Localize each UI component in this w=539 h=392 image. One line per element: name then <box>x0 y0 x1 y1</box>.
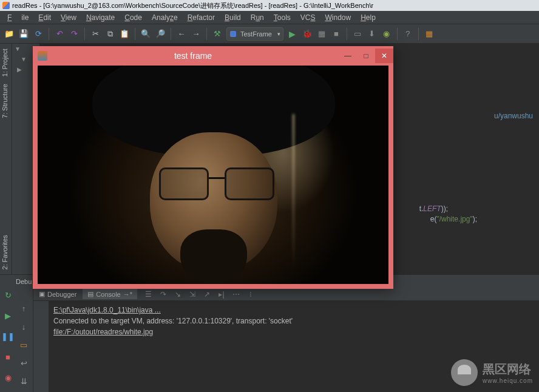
avd-icon[interactable]: ▭ <box>352 29 363 39</box>
minimize-button[interactable]: — <box>339 49 357 63</box>
menu-tools[interactable]: Tools <box>269 12 296 23</box>
menu-code[interactable]: Code <box>120 12 147 23</box>
console-line: file:/F:/outout/readres/white.jpg <box>53 326 534 337</box>
console-line: Connected to the target VM, address: '12… <box>53 316 534 326</box>
evaluate-icon[interactable]: ⋯ <box>232 290 240 299</box>
forward-icon[interactable]: → <box>191 29 202 39</box>
menu-file[interactable]: File <box>2 12 33 23</box>
debug-icon[interactable]: 🐞 <box>302 29 313 39</box>
window-title: readRes - [G:\yanwushu_2@163.com\Workben… <box>12 1 373 10</box>
console-tab[interactable]: ▤ Console →* <box>83 289 137 299</box>
tool-icon[interactable]: ▦ <box>424 29 435 39</box>
more-icon[interactable]: ⁝ <box>246 290 255 299</box>
runto-icon[interactable]: ▸| <box>217 290 226 299</box>
debug-gutter: ↻ ▶ ❚❚ ■ ◉ ⊘ ↑ ↓ ▭ ↩ ⇊ 🖶 🗑 <box>0 288 33 392</box>
android-icon[interactable]: ◉ <box>381 29 392 39</box>
find-icon[interactable]: 🔍 <box>140 29 151 39</box>
code-fragment: u/yanwushu <box>494 112 533 120</box>
menu-build[interactable]: Build <box>220 12 246 23</box>
stop-icon[interactable]: ■ <box>3 352 13 362</box>
sdk-icon[interactable]: ⬇ <box>367 29 378 39</box>
breakpoints-icon[interactable]: ◉ <box>3 373 13 382</box>
stepinto-icon[interactable]: ↘ <box>174 290 182 299</box>
build-icon[interactable]: ⚒ <box>212 29 223 39</box>
refresh-icon[interactable]: ⟳ <box>33 29 44 39</box>
code-fragment: e("/white.jpg"); <box>430 215 477 223</box>
console-line: E:\pf\Java\jdk1.8.0_11\bin\java ... <box>53 305 534 316</box>
menu-bar: File Edit View Navigate Code Analyze Ref… <box>0 11 539 24</box>
undo-icon[interactable]: ↶ <box>54 29 65 39</box>
debugger-tab[interactable]: ▣ Debugger <box>34 289 81 299</box>
menu-help[interactable]: Help <box>356 12 381 23</box>
stepout-icon[interactable]: ↗ <box>203 290 211 299</box>
maximize-button[interactable]: □ <box>357 49 375 63</box>
image-content <box>38 66 388 284</box>
menu-run[interactable]: Run <box>246 12 269 23</box>
help-icon[interactable]: ? <box>402 29 413 39</box>
menu-edit[interactable]: Edit <box>33 12 56 23</box>
menu-view[interactable]: View <box>56 12 81 23</box>
structure-tool-tab[interactable]: 7: Structure <box>0 81 10 121</box>
up-icon[interactable]: ↑ <box>19 303 29 313</box>
forcestep-icon[interactable]: ⇲ <box>188 290 197 299</box>
project-tool-tab[interactable]: 1: Project <box>0 46 10 79</box>
java-icon <box>38 51 47 61</box>
popup-title-bar[interactable]: test frame — □ ✕ <box>33 46 393 66</box>
main-toolbar: 📁 💾 ⟳ ↶ ↷ ✂ ⧉ 📋 🔍 🔎 ← → ⚒ TestFrame ▶ 🐞 … <box>0 24 539 44</box>
console-output[interactable]: E:\pf\Java\jdk1.8.0_11\bin\java ... Conn… <box>49 301 539 392</box>
wrap-icon[interactable]: ↩ <box>19 358 29 368</box>
paste-icon[interactable]: 📋 <box>119 29 130 39</box>
save-icon[interactable]: 💾 <box>18 29 29 39</box>
test-frame-window[interactable]: test frame — □ ✕ <box>33 46 393 289</box>
close-button[interactable]: ✕ <box>375 49 393 63</box>
code-fragment: t.LEFT)); <box>419 204 448 213</box>
menu-navigate[interactable]: Navigate <box>81 12 120 23</box>
debug-tool-tab[interactable]: Debu <box>12 278 35 285</box>
down-icon[interactable]: ↓ <box>19 322 29 331</box>
replace-icon[interactable]: 🔎 <box>155 29 166 39</box>
debug-tool-window: Debu ▣ Debugger ▤ Console →* ☰ ↷ ↘ ⇲ ↗ ▸… <box>0 274 539 392</box>
menu-refactor[interactable]: Refactor <box>183 12 220 23</box>
coverage-icon[interactable]: ▦ <box>316 29 327 39</box>
rerun-icon[interactable]: ↻ <box>3 290 13 300</box>
menu-analyze[interactable]: Analyze <box>147 12 183 23</box>
copy-icon[interactable]: ⧉ <box>104 29 115 39</box>
filter-icon[interactable]: ▭ <box>19 340 29 350</box>
frames-icon[interactable]: ☰ <box>144 290 153 299</box>
stop-icon[interactable]: ■ <box>331 29 342 39</box>
pause-icon[interactable]: ❚❚ <box>3 331 13 341</box>
open-icon[interactable]: 📁 <box>4 29 15 39</box>
left-tool-tabs: 1: Project 7: Structure 2: Favorites <box>0 44 12 274</box>
popup-title: test frame <box>47 51 339 61</box>
menu-window[interactable]: Window <box>320 12 356 23</box>
run-icon[interactable]: ▶ <box>287 29 298 39</box>
scroll-icon[interactable]: ⇊ <box>19 376 29 386</box>
run-config-selector[interactable]: TestFrame <box>226 27 283 41</box>
stepover-icon[interactable]: ↷ <box>159 290 168 299</box>
redo-icon[interactable]: ↷ <box>69 29 80 39</box>
back-icon[interactable]: ← <box>176 29 187 39</box>
resume-icon[interactable]: ▶ <box>3 311 13 320</box>
menu-vcs[interactable]: VCS <box>296 12 320 23</box>
favorites-tool-tab[interactable]: 2: Favorites <box>0 232 10 272</box>
cut-icon[interactable]: ✂ <box>90 29 101 39</box>
window-title-bar: readRes - [G:\yanwushu_2@163.com\Workben… <box>0 0 539 11</box>
intellij-logo-icon <box>2 2 10 9</box>
